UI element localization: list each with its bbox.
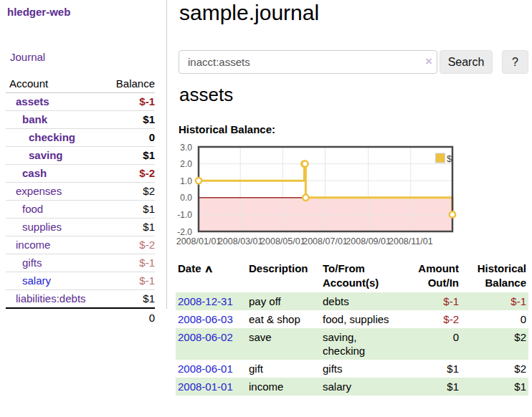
transaction-date-link[interactable]: 2008-06-02: [178, 331, 233, 343]
account-link[interactable]: gifts: [22, 257, 42, 269]
date-header-label: Date: [178, 262, 201, 274]
transaction-description: pay off: [247, 292, 320, 310]
svg-text:-1.0: -1.0: [177, 210, 192, 220]
transaction-date-link[interactable]: 2008-06-03: [178, 313, 233, 325]
account-balance: $1: [103, 290, 155, 309]
account-balance: $-1: [103, 272, 155, 290]
accounts-total-value: 0: [103, 308, 155, 327]
transaction-balance: $2: [461, 328, 528, 360]
transaction-accounts: gifts: [320, 360, 401, 378]
accounts-total-row: 0: [6, 308, 155, 327]
svg-text:2.0: 2.0: [180, 159, 192, 169]
svg-text:2008/09/01: 2008/09/01: [346, 236, 391, 246]
transaction-balance: $2: [461, 360, 528, 378]
transaction-description: save: [247, 328, 320, 360]
transaction-accounts: food, supplies: [320, 310, 401, 328]
account-row: liabilities:debts$1: [6, 290, 155, 309]
svg-text:0.0: 0.0: [180, 193, 192, 203]
legend: $: [436, 153, 453, 164]
y-axis-labels: 3.02.01.00.0-1.0-2.0: [177, 143, 192, 237]
transaction-row: 2008-12-31pay offdebts$-1$-1: [176, 292, 528, 310]
svg-text:2008/05/01: 2008/05/01: [260, 236, 305, 246]
transaction-row: 2008-06-01giftgifts$1$2: [176, 360, 528, 378]
transaction-description: gift: [247, 360, 320, 378]
account-row: gifts$-1: [6, 254, 155, 272]
legend-swatch: [436, 153, 445, 163]
historical-balance-chart[interactable]: $3.02.01.00.0-1.0-2.02008/01/012008/03/0…: [0, 0, 532, 252]
svg-text:1.0: 1.0: [180, 176, 192, 186]
svg-text:2008/07/01: 2008/07/01: [303, 236, 348, 246]
transaction-description: eat & shop: [247, 310, 320, 328]
transaction-accounts: saving, checking: [320, 328, 401, 360]
transaction-row: 2008-06-03eat & shopfood, supplies$-20: [176, 310, 528, 328]
account-balance: $-1: [103, 254, 155, 272]
transaction-balance: $1: [461, 378, 528, 396]
account-link[interactable]: salary: [22, 274, 51, 287]
transaction-date-link[interactable]: 2008-01-01: [178, 380, 233, 393]
transaction-date-link[interactable]: 2008-12-31: [178, 295, 233, 307]
account-row: salary$-1: [6, 272, 155, 290]
column-header-balance[interactable]: Historical Balance: [461, 259, 528, 292]
transaction-amount: $1: [401, 378, 461, 396]
transactions-table: Date∧ Description To/From Account(s) Amo…: [176, 259, 528, 396]
transaction-row: 2008-01-01incomesalary$1$1: [176, 378, 528, 396]
transaction-row: 2008-06-02savesaving, checking0$2: [176, 328, 528, 360]
accounts-total-spacer: [6, 308, 103, 327]
transaction-accounts: debts: [320, 292, 401, 310]
transaction-date-link[interactable]: 2008-06-01: [178, 363, 233, 375]
svg-text:3.0: 3.0: [180, 143, 192, 153]
column-header-description[interactable]: Description: [247, 259, 320, 292]
transaction-amount: $1: [401, 360, 461, 378]
column-header-amount[interactable]: Amount Out/In: [401, 259, 461, 292]
transaction-accounts: salary: [320, 378, 401, 396]
column-header-date[interactable]: Date∧: [176, 259, 247, 292]
transaction-amount: 0: [401, 328, 461, 360]
account-link[interactable]: liabilities:debts: [16, 292, 86, 305]
svg-text:2008/03/01: 2008/03/01: [218, 236, 263, 246]
transaction-amount: $-1: [401, 292, 461, 310]
x-axis-labels: 2008/01/012008/03/012008/05/012008/07/01…: [176, 236, 433, 246]
transaction-description: income: [247, 378, 320, 396]
hledger-web-app: hledger-web Journal Account Balance asse…: [0, 0, 532, 417]
svg-text:2008/11/01: 2008/11/01: [389, 236, 433, 246]
sort-ascending-icon: ∧: [204, 262, 213, 276]
transaction-amount: $-2: [401, 310, 461, 328]
transaction-balance: 0: [461, 310, 528, 328]
column-header-accounts[interactable]: To/From Account(s): [320, 259, 401, 292]
transaction-balance: $-1: [461, 292, 528, 310]
legend-label: $: [447, 153, 452, 164]
svg-text:2008/01/01: 2008/01/01: [176, 236, 222, 246]
svg-text:-2.0: -2.0: [177, 227, 192, 237]
